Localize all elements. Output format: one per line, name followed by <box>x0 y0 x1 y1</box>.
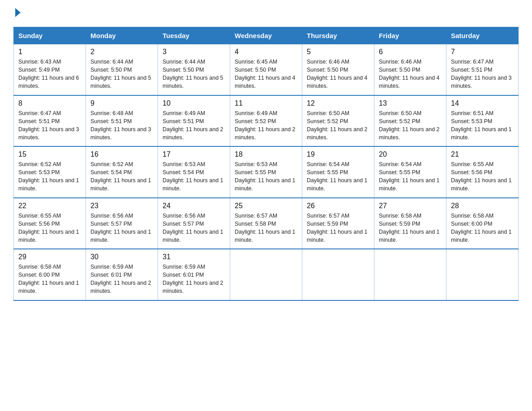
day-number: 12 <box>307 99 369 107</box>
calendar-day-cell: 19Sunrise: 6:54 AMSunset: 5:55 PMDayligh… <box>302 146 374 198</box>
day-number: 15 <box>18 150 81 158</box>
day-number: 9 <box>90 99 153 107</box>
calendar-day-cell: 6Sunrise: 6:46 AMSunset: 5:50 PMDaylight… <box>374 44 446 95</box>
day-number: 14 <box>451 99 514 107</box>
day-number: 30 <box>90 253 153 261</box>
day-info: Sunrise: 6:57 AMSunset: 5:59 PMDaylight:… <box>307 212 369 244</box>
day-info: Sunrise: 6:52 AMSunset: 5:53 PMDaylight:… <box>18 160 81 193</box>
day-number: 11 <box>235 99 297 107</box>
day-of-week-header: Monday <box>86 27 158 44</box>
day-number: 24 <box>163 202 225 210</box>
calendar-day-cell: 25Sunrise: 6:57 AMSunset: 5:58 PMDayligh… <box>230 198 302 249</box>
day-info: Sunrise: 6:49 AMSunset: 5:51 PMDaylight:… <box>163 109 225 142</box>
day-info: Sunrise: 6:56 AMSunset: 5:57 PMDaylight:… <box>163 212 225 244</box>
day-number: 31 <box>163 253 225 261</box>
day-number: 13 <box>379 99 442 107</box>
day-info: Sunrise: 6:59 AMSunset: 6:01 PMDaylight:… <box>90 263 153 295</box>
day-info: Sunrise: 6:58 AMSunset: 6:00 PMDaylight:… <box>451 212 514 244</box>
day-of-week-header: Tuesday <box>158 27 230 44</box>
day-number: 19 <box>307 150 369 158</box>
calendar-day-cell: 13Sunrise: 6:50 AMSunset: 5:52 PMDayligh… <box>374 95 446 147</box>
calendar-day-cell <box>446 249 519 300</box>
calendar-day-cell: 1Sunrise: 6:43 AMSunset: 5:49 PMDaylight… <box>14 44 86 95</box>
day-info: Sunrise: 6:53 AMSunset: 5:54 PMDaylight:… <box>163 160 225 193</box>
day-info: Sunrise: 6:59 AMSunset: 6:01 PMDaylight:… <box>163 263 225 295</box>
day-number: 1 <box>18 48 81 56</box>
logo-arrow-icon <box>15 8 21 17</box>
day-number: 16 <box>90 150 153 158</box>
calendar-day-cell: 30Sunrise: 6:59 AMSunset: 6:01 PMDayligh… <box>86 249 158 300</box>
day-info: Sunrise: 6:55 AMSunset: 5:56 PMDaylight:… <box>451 160 514 193</box>
calendar-day-cell: 4Sunrise: 6:45 AMSunset: 5:50 PMDaylight… <box>230 44 302 95</box>
day-number: 8 <box>18 99 81 107</box>
calendar-day-cell: 8Sunrise: 6:47 AMSunset: 5:51 PMDaylight… <box>14 95 86 147</box>
calendar-week-row: 15Sunrise: 6:52 AMSunset: 5:53 PMDayligh… <box>14 146 519 198</box>
calendar-day-cell: 15Sunrise: 6:52 AMSunset: 5:53 PMDayligh… <box>14 146 86 198</box>
calendar-day-cell: 2Sunrise: 6:44 AMSunset: 5:50 PMDaylight… <box>86 44 158 95</box>
calendar-day-cell: 23Sunrise: 6:56 AMSunset: 5:57 PMDayligh… <box>86 198 158 249</box>
day-info: Sunrise: 6:51 AMSunset: 5:53 PMDaylight:… <box>451 109 514 142</box>
day-number: 21 <box>451 150 514 158</box>
calendar-day-cell: 18Sunrise: 6:53 AMSunset: 5:55 PMDayligh… <box>230 146 302 198</box>
day-info: Sunrise: 6:54 AMSunset: 5:55 PMDaylight:… <box>307 160 369 193</box>
day-info: Sunrise: 6:54 AMSunset: 5:55 PMDaylight:… <box>379 160 442 193</box>
day-info: Sunrise: 6:56 AMSunset: 5:57 PMDaylight:… <box>90 212 153 244</box>
day-number: 25 <box>235 202 297 210</box>
calendar-week-row: 22Sunrise: 6:55 AMSunset: 5:56 PMDayligh… <box>14 198 519 249</box>
day-info: Sunrise: 6:45 AMSunset: 5:50 PMDaylight:… <box>235 58 297 90</box>
calendar-week-row: 29Sunrise: 6:58 AMSunset: 6:00 PMDayligh… <box>14 249 519 300</box>
calendar-day-cell <box>230 249 302 300</box>
day-info: Sunrise: 6:46 AMSunset: 5:50 PMDaylight:… <box>379 58 442 90</box>
day-info: Sunrise: 6:58 AMSunset: 6:00 PMDaylight:… <box>18 263 81 295</box>
day-info: Sunrise: 6:46 AMSunset: 5:50 PMDaylight:… <box>307 58 369 90</box>
day-info: Sunrise: 6:44 AMSunset: 5:50 PMDaylight:… <box>163 58 225 90</box>
day-number: 27 <box>379 202 442 210</box>
calendar-day-cell <box>302 249 374 300</box>
day-of-week-header: Friday <box>374 27 446 44</box>
day-number: 2 <box>90 48 153 56</box>
day-number: 7 <box>451 48 514 56</box>
day-number: 4 <box>235 48 297 56</box>
day-info: Sunrise: 6:43 AMSunset: 5:49 PMDaylight:… <box>18 58 81 90</box>
calendar-day-cell <box>374 249 446 300</box>
calendar-body: 1Sunrise: 6:43 AMSunset: 5:49 PMDaylight… <box>14 44 519 300</box>
day-info: Sunrise: 6:50 AMSunset: 5:52 PMDaylight:… <box>307 109 369 142</box>
calendar-day-cell: 16Sunrise: 6:52 AMSunset: 5:54 PMDayligh… <box>86 146 158 198</box>
day-number: 17 <box>163 150 225 158</box>
calendar-day-cell: 21Sunrise: 6:55 AMSunset: 5:56 PMDayligh… <box>446 146 519 198</box>
day-number: 23 <box>90 202 153 210</box>
day-info: Sunrise: 6:52 AMSunset: 5:54 PMDaylight:… <box>90 160 153 193</box>
day-info: Sunrise: 6:50 AMSunset: 5:52 PMDaylight:… <box>379 109 442 142</box>
calendar-day-cell: 20Sunrise: 6:54 AMSunset: 5:55 PMDayligh… <box>374 146 446 198</box>
day-of-week-header: Wednesday <box>230 27 302 44</box>
day-number: 20 <box>379 150 442 158</box>
calendar-day-cell: 7Sunrise: 6:47 AMSunset: 5:51 PMDaylight… <box>446 44 519 95</box>
day-number: 10 <box>163 99 225 107</box>
day-info: Sunrise: 6:53 AMSunset: 5:55 PMDaylight:… <box>235 160 297 193</box>
day-number: 3 <box>163 48 225 56</box>
calendar-day-cell: 9Sunrise: 6:48 AMSunset: 5:51 PMDaylight… <box>86 95 158 147</box>
calendar-day-cell: 10Sunrise: 6:49 AMSunset: 5:51 PMDayligh… <box>158 95 230 147</box>
day-info: Sunrise: 6:44 AMSunset: 5:50 PMDaylight:… <box>90 58 153 90</box>
day-info: Sunrise: 6:57 AMSunset: 5:58 PMDaylight:… <box>235 212 297 244</box>
calendar-week-row: 8Sunrise: 6:47 AMSunset: 5:51 PMDaylight… <box>14 95 519 147</box>
day-number: 26 <box>307 202 369 210</box>
calendar-day-cell: 22Sunrise: 6:55 AMSunset: 5:56 PMDayligh… <box>14 198 86 249</box>
day-number: 18 <box>235 150 297 158</box>
day-number: 5 <box>307 48 369 56</box>
calendar-day-cell: 27Sunrise: 6:58 AMSunset: 5:59 PMDayligh… <box>374 198 446 249</box>
calendar-day-cell: 3Sunrise: 6:44 AMSunset: 5:50 PMDaylight… <box>158 44 230 95</box>
calendar-day-cell: 11Sunrise: 6:49 AMSunset: 5:52 PMDayligh… <box>230 95 302 147</box>
calendar-day-cell: 28Sunrise: 6:58 AMSunset: 6:00 PMDayligh… <box>446 198 519 249</box>
calendar-day-cell: 14Sunrise: 6:51 AMSunset: 5:53 PMDayligh… <box>446 95 519 147</box>
calendar-day-cell: 26Sunrise: 6:57 AMSunset: 5:59 PMDayligh… <box>302 198 374 249</box>
day-number: 29 <box>18 253 81 261</box>
day-info: Sunrise: 6:55 AMSunset: 5:56 PMDaylight:… <box>18 212 81 244</box>
calendar-table: SundayMondayTuesdayWednesdayThursdayFrid… <box>13 27 519 301</box>
calendar-day-cell: 29Sunrise: 6:58 AMSunset: 6:00 PMDayligh… <box>14 249 86 300</box>
logo <box>13 9 21 18</box>
day-of-week-header: Sunday <box>14 27 86 44</box>
calendar-day-cell: 24Sunrise: 6:56 AMSunset: 5:57 PMDayligh… <box>158 198 230 249</box>
page-header <box>13 9 519 18</box>
day-of-week-header: Saturday <box>446 27 519 44</box>
